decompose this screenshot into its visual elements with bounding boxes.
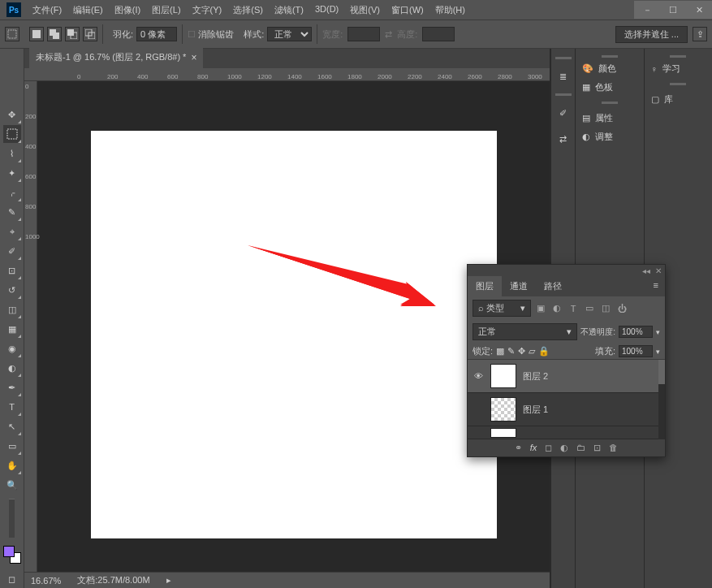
dock-grip-icon[interactable]	[555, 57, 572, 59]
window-maximize-button[interactable]: ☐	[660, 1, 686, 19]
doc-info-arrow-icon[interactable]: ▸	[166, 575, 171, 586]
adjust-panel-row[interactable]: ◐调整	[576, 128, 644, 146]
properties-panel-row[interactable]: ▤属性	[576, 109, 644, 128]
filter-kind-select[interactable]: ⌕ 类型▾	[473, 300, 531, 317]
layer-fx-icon[interactable]: fx	[530, 443, 537, 453]
filter-shape-icon[interactable]: ▭	[583, 303, 596, 314]
menu-file[interactable]: 文件(F)	[28, 2, 67, 19]
doc-info[interactable]: 文档:25.7M/8.00M	[77, 574, 149, 586]
canvas[interactable]	[91, 131, 497, 538]
intersect-selection-icon[interactable]	[83, 27, 97, 41]
layer-mask-icon[interactable]: ◻	[545, 443, 552, 453]
color-panel-row[interactable]: 🎨颜色	[576, 59, 644, 78]
marquee-tool[interactable]	[3, 125, 21, 143]
dock-grip-icon[interactable]	[670, 83, 686, 85]
window-close-button[interactable]: ✕	[686, 1, 712, 19]
filter-text-icon[interactable]: T	[567, 303, 580, 314]
panel-menu-icon[interactable]: ≡	[647, 276, 665, 296]
layer-thumbnail[interactable]	[490, 428, 516, 438]
lasso-tool[interactable]: ⌇	[3, 145, 21, 162]
stamp-tool[interactable]: ⊡	[3, 262, 21, 279]
filter-toggle[interactable]: ⏻	[615, 303, 628, 314]
close-panel-icon[interactable]: ✕	[655, 266, 662, 275]
dock-grip-icon[interactable]	[602, 55, 618, 58]
gradient-tool[interactable]: ▦	[3, 320, 21, 338]
lock-position-icon[interactable]: ✥	[518, 346, 525, 357]
new-selection-icon[interactable]	[29, 27, 44, 41]
dock-grip-icon[interactable]	[555, 93, 572, 96]
zoom-level[interactable]: 16.67%	[31, 576, 61, 586]
library-panel-row[interactable]: ▢库	[645, 90, 713, 109]
close-tab-icon[interactable]: ×	[191, 52, 196, 63]
tab-channels[interactable]: 通道	[502, 276, 536, 296]
delete-layer-icon[interactable]: 🗑	[609, 443, 618, 453]
collapse-icon[interactable]: ◂◂	[642, 266, 650, 275]
filter-smart-icon[interactable]: ◫	[599, 303, 612, 314]
new-layer-icon[interactable]: ⊡	[593, 443, 601, 453]
menu-edit[interactable]: 编辑(E)	[68, 2, 108, 19]
lock-artboard-icon[interactable]: ▱	[529, 346, 535, 357]
history-dock-icon[interactable]: ≣	[554, 67, 572, 85]
tool-preset-icon[interactable]	[5, 27, 19, 41]
shape-tool[interactable]: ▭	[3, 437, 21, 455]
dock-grip-icon[interactable]	[670, 55, 686, 58]
layer-item[interactable]: 图层 1	[468, 393, 665, 426]
menu-window[interactable]: 窗口(W)	[386, 2, 429, 19]
lock-trans-icon[interactable]: ▩	[496, 346, 504, 357]
lock-all-icon[interactable]: 🔒	[538, 346, 550, 357]
layer-name[interactable]: 图层 2	[523, 370, 548, 383]
menu-select[interactable]: 选择(S)	[228, 2, 268, 19]
foreground-color[interactable]	[3, 546, 15, 557]
zoom-tool[interactable]: 🔍	[3, 476, 21, 494]
magic-wand-tool[interactable]: ✦	[3, 164, 21, 182]
dock-grip-icon[interactable]	[602, 102, 618, 104]
feather-input[interactable]	[136, 27, 177, 41]
layer-thumbnail[interactable]	[490, 364, 516, 388]
ruler-vertical[interactable]: 02004006008001000	[24, 81, 37, 588]
blur-tool[interactable]: ◉	[3, 339, 21, 357]
opacity-input[interactable]	[619, 326, 653, 338]
menu-view[interactable]: 视图(V)	[345, 2, 385, 19]
swatches-panel-row[interactable]: ▦色板	[576, 78, 644, 97]
quickmask-toggle[interactable]: ◻	[3, 570, 21, 588]
pen-tool[interactable]: ✒	[3, 378, 21, 396]
eraser-tool[interactable]: ◫	[3, 300, 21, 318]
share-icon[interactable]: ⇪	[693, 27, 707, 41]
menu-image[interactable]: 图像(I)	[110, 2, 145, 19]
filter-adjust-icon[interactable]: ◐	[550, 303, 563, 314]
history-brush-tool[interactable]: ↺	[3, 281, 21, 299]
window-minimize-button[interactable]: －	[634, 1, 660, 19]
menu-help[interactable]: 帮助(H)	[430, 2, 470, 19]
panel-header[interactable]: ◂◂ ✕	[468, 265, 665, 276]
layers-panel[interactable]: ◂◂ ✕ 图层 通道 路径 ≡ ⌕ 类型▾ ▣ ◐ T ▭ ◫ ⏻ 正常▾ 不透…	[467, 264, 666, 457]
eyedropper-tool[interactable]: ✎	[3, 203, 21, 221]
settings-dock-icon[interactable]: ⇄	[554, 130, 572, 148]
menu-filter[interactable]: 滤镜(T)	[270, 2, 309, 19]
tab-paths[interactable]: 路径	[536, 276, 570, 296]
hand-tool[interactable]: ✋	[3, 456, 21, 474]
tab-layers[interactable]: 图层	[468, 276, 502, 296]
ruler-horizontal[interactable]: 0200400600800100012001400160018002000220…	[24, 68, 550, 81]
healing-tool[interactable]: ⌖	[3, 223, 21, 240]
menu-text[interactable]: 文字(Y)	[188, 2, 227, 19]
brush-dock-icon[interactable]: ✐	[554, 104, 572, 122]
crop-tool[interactable]: ⌌	[3, 184, 21, 201]
layers-scrollbar[interactable]	[658, 360, 665, 439]
link-layers-icon[interactable]: ⚭	[515, 443, 522, 453]
add-selection-icon[interactable]	[47, 27, 62, 41]
learn-panel-row[interactable]: ♀学习	[645, 59, 713, 78]
filter-image-icon[interactable]: ▣	[534, 303, 547, 314]
layer-item[interactable]: 👁 图层 2	[468, 360, 665, 393]
fill-input[interactable]	[619, 345, 653, 357]
dodge-tool[interactable]: ◐	[3, 359, 21, 377]
text-tool[interactable]: T	[3, 398, 21, 416]
path-select-tool[interactable]: ↖	[3, 417, 21, 435]
lock-pixels-icon[interactable]: ✎	[507, 346, 515, 357]
color-swatch[interactable]	[3, 546, 21, 564]
blend-mode-select[interactable]: 正常▾	[473, 323, 577, 340]
brush-tool[interactable]: ✐	[3, 242, 21, 260]
menu-layer[interactable]: 图层(L)	[147, 2, 185, 19]
menu-3d[interactable]: 3D(D)	[310, 2, 343, 19]
visibility-icon[interactable]: 👁	[473, 371, 484, 381]
move-tool[interactable]: ✥	[3, 106, 21, 123]
